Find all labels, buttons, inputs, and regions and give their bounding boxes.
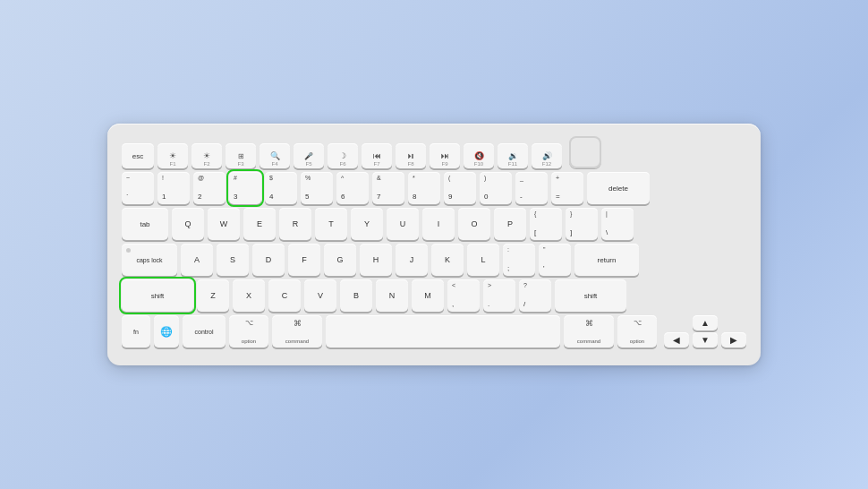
- key-fn[interactable]: fn: [122, 315, 150, 347]
- touch-id[interactable]: [569, 136, 601, 168]
- key-right-command[interactable]: ⌘ command: [564, 315, 614, 347]
- qwerty-row: tab Q W E R T Y U I O P { [ } ] | \: [122, 208, 746, 240]
- key-semicolon[interactable]: : ;: [503, 244, 535, 276]
- key-h[interactable]: H: [360, 244, 392, 276]
- key-f10[interactable]: 🔇 F10: [464, 143, 494, 168]
- key-k[interactable]: K: [431, 244, 464, 276]
- keyboard: esc ☀ F1 ☀ F2 ⊞ F3 🔍 F4 🎤 F5 ☽ F6 ⏮ F7: [107, 124, 761, 365]
- key-q[interactable]: Q: [172, 208, 204, 240]
- key-f6[interactable]: ☽ F6: [328, 143, 358, 168]
- key-period[interactable]: > .: [483, 279, 515, 312]
- key-0[interactable]: ) 0: [480, 172, 512, 204]
- key-backslash[interactable]: | \: [601, 208, 634, 240]
- modifier-row: fn 🌐 control ⌥ option ⌘ command ⌘ comman…: [122, 315, 746, 347]
- key-y[interactable]: Y: [351, 208, 383, 240]
- key-m[interactable]: M: [412, 279, 444, 312]
- key-tab[interactable]: tab: [122, 208, 168, 240]
- key-1[interactable]: ! 1: [157, 172, 190, 204]
- key-3[interactable]: # 3: [229, 172, 261, 204]
- key-s[interactable]: S: [217, 244, 249, 276]
- key-f7[interactable]: ⏮ F7: [362, 143, 392, 168]
- key-space[interactable]: [326, 315, 560, 347]
- key-equals[interactable]: + =: [551, 172, 583, 204]
- key-n[interactable]: N: [376, 279, 408, 312]
- key-right-shift[interactable]: shift: [555, 279, 626, 312]
- key-9[interactable]: ( 9: [444, 172, 476, 204]
- key-f12[interactable]: 🔊 F12: [532, 143, 562, 168]
- key-z[interactable]: Z: [197, 279, 229, 312]
- key-arrow-right[interactable]: ▶: [721, 332, 746, 347]
- fn-row: esc ☀ F1 ☀ F2 ⊞ F3 🔍 F4 🎤 F5 ☽ F6 ⏮ F7: [122, 136, 746, 168]
- key-f11[interactable]: 🔉 F11: [498, 143, 528, 168]
- key-f9[interactable]: ⏭ F9: [430, 143, 460, 168]
- key-r[interactable]: R: [279, 208, 311, 240]
- key-l[interactable]: L: [467, 244, 499, 276]
- key-i[interactable]: I: [422, 208, 455, 240]
- key-left-command[interactable]: ⌘ command: [272, 315, 322, 347]
- key-arrow-down[interactable]: ▼: [693, 332, 718, 347]
- key-comma[interactable]: < ,: [447, 279, 480, 312]
- key-w[interactable]: W: [208, 208, 240, 240]
- key-6[interactable]: ^ 6: [336, 172, 369, 204]
- key-a[interactable]: A: [181, 244, 213, 276]
- key-x[interactable]: X: [233, 279, 265, 312]
- key-control[interactable]: control: [183, 315, 226, 347]
- key-arrow-up[interactable]: ▲: [693, 315, 718, 330]
- key-caps-lock[interactable]: caps lock: [122, 244, 177, 276]
- key-f2[interactable]: ☀ F2: [191, 143, 222, 168]
- key-8[interactable]: * 8: [408, 172, 440, 204]
- key-e[interactable]: E: [243, 208, 276, 240]
- shift-row: shift Z X C V B N M < , > . ? / shift: [122, 279, 746, 312]
- key-g[interactable]: G: [324, 244, 356, 276]
- key-f8[interactable]: ⏯ F8: [396, 143, 426, 168]
- key-f[interactable]: F: [288, 244, 320, 276]
- key-v[interactable]: V: [304, 279, 336, 312]
- key-7[interactable]: & 7: [372, 172, 404, 204]
- key-4[interactable]: $ 4: [265, 172, 297, 204]
- key-5[interactable]: % 5: [301, 172, 333, 204]
- key-minus[interactable]: _ -: [515, 172, 548, 204]
- key-d[interactable]: D: [252, 244, 285, 276]
- key-j[interactable]: J: [396, 244, 428, 276]
- key-f3[interactable]: ⊞ F3: [226, 143, 256, 168]
- key-b[interactable]: B: [340, 279, 372, 312]
- key-delete[interactable]: delete: [587, 172, 650, 204]
- key-backtick[interactable]: ~ `: [122, 172, 154, 204]
- key-f4[interactable]: 🔍 F4: [260, 143, 290, 168]
- key-2[interactable]: @ 2: [193, 172, 226, 204]
- key-f5[interactable]: 🎤 F5: [294, 143, 324, 168]
- key-esc[interactable]: esc: [122, 143, 154, 168]
- key-t[interactable]: T: [315, 208, 347, 240]
- key-p[interactable]: P: [494, 208, 526, 240]
- key-o[interactable]: O: [458, 208, 490, 240]
- key-left-option[interactable]: ⌥ option: [229, 315, 268, 347]
- key-quote[interactable]: " ': [539, 244, 571, 276]
- key-u[interactable]: U: [387, 208, 419, 240]
- key-slash[interactable]: ? /: [519, 279, 551, 312]
- key-return[interactable]: return: [574, 244, 639, 276]
- key-right-option[interactable]: ⌥ option: [617, 315, 657, 347]
- key-bracket-open[interactable]: { [: [530, 208, 562, 240]
- key-f1[interactable]: ☀ F1: [157, 143, 188, 168]
- key-left-shift[interactable]: shift: [122, 279, 193, 312]
- key-c[interactable]: C: [268, 279, 301, 312]
- key-globe[interactable]: 🌐: [154, 315, 179, 347]
- key-bracket-close[interactable]: } ]: [566, 208, 598, 240]
- home-row: caps lock A S D F G H J K L : ; " ' retu…: [122, 244, 746, 276]
- key-arrow-left[interactable]: ◀: [664, 332, 689, 347]
- number-row: ~ ` ! 1 @ 2 # 3 $ 4 % 5 ^ 6 & 7: [122, 172, 746, 204]
